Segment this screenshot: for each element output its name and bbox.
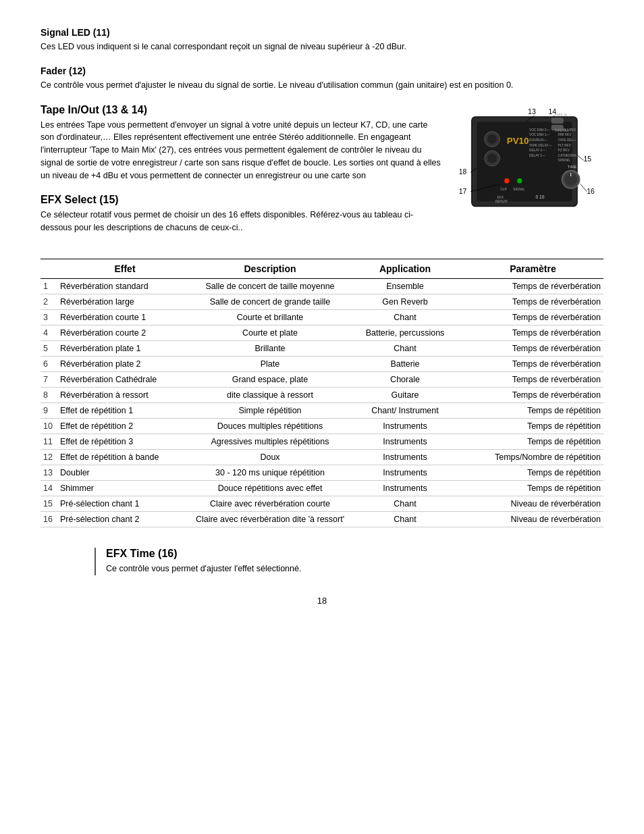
table-row: 5Réverbération plate 1BrillanteChantTemp… — [41, 340, 603, 356]
table-cell-4-4: Temps de réverbération — [462, 340, 603, 356]
table-cell-0-4: Temps de réverbération — [462, 278, 603, 294]
svg-line-36 — [577, 155, 583, 160]
table-row: 4Réverbération courte 2Courte et plateBa… — [41, 325, 603, 340]
svg-text:SIGNAL: SIGNAL — [513, 187, 525, 190]
table-cell-4-3: Chant — [348, 340, 462, 356]
table-cell-13-4: Temps de répétition — [462, 480, 603, 496]
table-cell-1-1: Réverbération large — [57, 294, 192, 309]
table-cell-13-3: Instruments — [348, 480, 462, 496]
svg-text:DELAY 1—: DELAY 1— — [529, 153, 545, 157]
table-cell-7-2: dite classique à ressort — [192, 387, 348, 402]
signal-led-body: Ces LED vous indiquent si le canal corre… — [41, 41, 603, 53]
table-cell-0-3: Ensemble — [348, 278, 462, 294]
tape-in-out-section: Tape In/Out (13 & 14) Les entrées Tape v… — [41, 104, 441, 182]
table-cell-3-1: Réverbération courte 2 — [57, 325, 192, 340]
table-cell-7-4: Temps de réverbération — [462, 387, 603, 402]
svg-text:RMI REV: RMI REV — [558, 133, 572, 136]
table-cell-9-3: Instruments — [348, 418, 462, 434]
table-cell-10-1: Effet de répétition 3 — [57, 434, 192, 449]
col-effet: Effet — [57, 259, 192, 278]
table-header-row: Effet Description Application Paramètre — [41, 259, 603, 278]
table-cell-3-2: Courte et plate — [192, 325, 348, 340]
svg-point-26 — [517, 178, 522, 183]
table-cell-8-3: Chant/ Instrument — [348, 402, 462, 418]
table-cell-8-0: 9 — [41, 402, 57, 418]
col-application: Application — [348, 259, 462, 278]
table-cell-15-3: Chant — [348, 511, 462, 527]
table-cell-3-0: 4 — [41, 325, 57, 340]
efx-select-section: EFX Select (15) Ce sélecteur rotatif vou… — [41, 194, 441, 234]
table-cell-1-2: Salle de concert de grande taille — [192, 294, 348, 309]
table-cell-10-2: Agressives multiples répétitions — [192, 434, 348, 449]
table-cell-12-2: 30 - 120 ms unique répétition — [192, 465, 348, 480]
table-cell-5-2: Plate — [192, 356, 348, 371]
table-cell-10-0: 11 — [41, 434, 57, 449]
efx-time-section: EFX Time (16) Ce contrôle vous permet d'… — [95, 548, 603, 575]
svg-text:VOC ENH 1—: VOC ENH 1— — [529, 133, 549, 136]
table-cell-12-4: Temps de répétition — [462, 465, 603, 480]
table-row: 11Effet de répétition 3Agressives multip… — [41, 434, 603, 449]
table-row: 1Réverbération standardSalle de concert … — [41, 278, 603, 294]
svg-text:13: 13 — [528, 108, 536, 115]
svg-text:DOUBLIN—: DOUBLIN— — [529, 138, 547, 141]
svg-text:TAPE OUT: TAPE OUT — [554, 128, 570, 132]
col-number — [41, 259, 57, 278]
tape-efx-text: Tape In/Out (13 & 14) Les entrées Tape v… — [41, 104, 441, 246]
svg-text:15: 15 — [584, 155, 592, 163]
table-cell-13-1: Shimmer — [57, 480, 192, 496]
table-cell-15-4: Niveau de réverbération — [462, 511, 603, 527]
table-cell-11-1: Effet de répétition à bande — [57, 449, 192, 465]
svg-point-6 — [487, 153, 497, 163]
table-cell-11-0: 12 — [41, 449, 57, 465]
table-cell-8-1: Effet de répétition 1 — [57, 402, 192, 418]
table-cell-15-0: 16 — [41, 511, 57, 527]
table-cell-2-1: Réverbération courte 1 — [57, 309, 192, 325]
svg-point-24 — [504, 178, 510, 183]
svg-text:CATHEDRAL: CATHEDRAL — [558, 153, 578, 157]
table-row: 10Effet de répétition 2Douces multiples … — [41, 418, 603, 434]
efx-select-title: EFX Select (15) — [41, 194, 441, 206]
table-cell-4-2: Brillante — [192, 340, 348, 356]
table-cell-7-0: 8 — [41, 387, 57, 402]
table-cell-4-0: 5 — [41, 340, 57, 356]
table-cell-13-0: 14 — [41, 480, 57, 496]
table-cell-10-4: Temps de répétition — [462, 434, 603, 449]
table-cell-5-0: 6 — [41, 356, 57, 371]
table-cell-8-2: Simple répétition — [192, 402, 348, 418]
table-cell-5-1: Réverbération plate 2 — [57, 356, 192, 371]
table-cell-1-0: 2 — [41, 294, 57, 309]
table-row: 8Réverbération à ressortdite classique à… — [41, 387, 603, 402]
tape-efx-container: Tape In/Out (13 & 14) Les entrées Tape v… — [41, 104, 603, 246]
svg-text:PZ REV: PZ REV — [558, 149, 570, 152]
fader-body: Ce contrôle vous permet d'ajuster le niv… — [41, 79, 603, 92]
table-cell-14-0: 15 — [41, 496, 57, 511]
svg-text:TAPE IN: TAPE IN — [555, 113, 568, 117]
svg-text:SPRING: SPRING — [558, 159, 570, 162]
table-cell-2-0: 3 — [41, 309, 57, 325]
col-description: Description — [192, 259, 348, 278]
table-cell-3-3: Batterie, percussions — [348, 325, 462, 340]
table-cell-2-2: Courte et brillante — [192, 309, 348, 325]
table-cell-14-2: Claire avec réverbération courte — [192, 496, 348, 511]
table-cell-15-2: Claire avec réverbération dite 'à ressor… — [192, 511, 348, 527]
table-row: 13Doubler30 - 120 ms unique répétitionIn… — [41, 465, 603, 480]
table-row: 2Réverbération largeSalle de concert de … — [41, 294, 603, 309]
svg-text:TIME: TIME — [568, 164, 577, 168]
efx-time-title: EFX Time (16) — [106, 548, 603, 560]
table-cell-5-3: Batterie — [348, 356, 462, 371]
table-cell-12-3: Instruments — [348, 465, 462, 480]
tape-in-out-body: Les entrées Tape vous permettent d'envoy… — [41, 119, 441, 182]
table-cell-14-1: Pré-sélection chant 1 — [57, 496, 192, 511]
table-cell-0-1: Réverbération standard — [57, 278, 192, 294]
svg-text:EFX: EFX — [498, 196, 504, 199]
table-cell-0-0: 1 — [41, 278, 57, 294]
table-cell-1-3: Gen Reverb — [348, 294, 462, 309]
effects-table: Effet Description Application Paramètre … — [41, 259, 603, 527]
svg-text:DEFEAT: DEFEAT — [495, 199, 508, 203]
table-cell-7-1: Réverbération à ressort — [57, 387, 192, 402]
table-cell-12-0: 13 — [41, 465, 57, 480]
svg-text:CLP: CLP — [500, 187, 506, 190]
table-cell-0-2: Salle de concert de taille moyenne — [192, 278, 348, 294]
table-cell-2-4: Temps de réverbération — [462, 309, 603, 325]
table-row: 3Réverbération courte 1Courte et brillan… — [41, 309, 603, 325]
